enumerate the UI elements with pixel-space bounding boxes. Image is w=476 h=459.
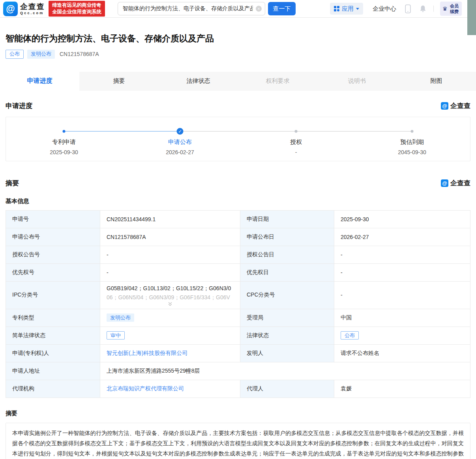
table-row-ipc: IPC分类号 G05B19/042；G10L13/02；G10L15/22；G0… [6,281,470,309]
row-value: 审中 [100,327,240,344]
member-label-line1: 会员 [450,3,459,9]
nav-apps[interactable]: 应用 [330,3,363,15]
table-row: 简单法律状态 审中 法律状态 公布 [6,327,470,344]
top-navbar: @ 企查查 Qcc.com 缔造有远见的商业传奇 全国企业信用查询系统 × 查一… [0,0,476,18]
ipc-line1: G05B19/042；G10L13/02；G10L15/22；G06N3/0 [107,284,234,293]
tab-application-progress[interactable]: 申请进度 [0,72,79,91]
row-value: 北京布瑞知识产权代理有限公司 [100,380,240,397]
brand-slogan: 缔造有远见的商业传奇 全国企业信用查询系统 [49,1,105,17]
abstract-text: 本申请实施例公开了一种智能体的行为控制方法、电子设备、存储介质以及产品，主要技术… [6,423,470,459]
row-label: 申请号 [6,210,100,228]
tab-figures[interactable]: 附图 [397,72,476,91]
row-label: 申请人地址 [6,362,100,380]
basic-info-title: 基本信息 [6,198,470,205]
patent-header: 智能体的行为控制方法、电子设备、存储介质以及产品 公布 发明公布 CN12157… [0,33,476,59]
row-label: CPC分类号 [240,281,334,309]
member-renew-button[interactable]: ♛ 会员 续费 [440,2,462,16]
header-nav: 应用 企业中心 ♛ 会员 续费 [330,2,462,16]
timeline: 专利申请 2025-09-30 ✓ 申请公布 2026-02-27 授权 - 预… [6,117,470,161]
qcc-watermark-icon: @ [441,179,448,187]
basic-info-table: 申请号 CN202511434499.1 申请日期 2025-09-30 申请公… [6,210,470,398]
row-value: 请求不公布姓名 [334,344,470,362]
row-label: 简单法律状态 [6,327,100,344]
notifications-bell-icon[interactable] [420,5,426,13]
qcc-logo-icon: @ [3,2,18,16]
legal-status-badge: 公布 [341,331,359,340]
search-input[interactable] [118,2,265,15]
nav-enterprise-center[interactable]: 企业中心 [373,5,396,13]
search-area: × 查一下 [118,2,296,15]
row-label: 申请(专利权)人 [6,344,100,362]
tab-legal-status[interactable]: 法律状态 [159,72,238,91]
tab-abstract[interactable]: 摘要 [79,72,159,91]
qcc-logo-text: 企查查 Qcc.com [20,3,45,15]
row-value: 2025-09-30 [334,210,470,228]
timeline-step-expiry: 预估到期 2045-09-30 [354,117,470,161]
row-value: - [334,246,470,263]
progress-section: 申请进度 @ 企查查 专利申请 2025-09-30 ✓ 申请公布 2026-0… [0,101,476,161]
row-value: 2026-02-27 [334,228,470,246]
qcc-watermark: @ 企查查 [441,179,470,188]
table-row: 专利类型 发明公布 受理局 中国 [6,309,470,327]
step-label: 专利申请 [52,138,76,146]
status-badge: 公布 [6,50,24,59]
qcc-watermark: @ 企查查 [441,101,470,110]
row-label: 授权公告日 [240,246,334,263]
applicant-link[interactable]: 智元创新(上海)科技股份有限公司 [107,350,187,356]
summary-section-head: 摘要 @ 企查查 [6,179,470,188]
expand-chevron-icon[interactable] [107,302,234,306]
table-row: 申请人地址 上海市浦东新区秀浦路2555号29幢8层 [6,362,470,380]
timeline-step-publication: ✓ 申请公布 2026-02-27 [122,117,238,161]
table-row: 申请号 CN202511434499.1 申请日期 2025-09-30 [6,210,470,228]
table-row: 授权公告号 - 授权公告日 - [6,246,470,263]
progress-section-title: 申请进度 [6,101,32,110]
progress-section-head: 申请进度 @ 企查查 [6,101,470,110]
timeline-dot-pending [295,130,298,132]
patent-type-badge: 发明公布 [107,313,134,322]
timeline-check-icon: ✓ [177,128,184,134]
nav-apps-label: 应用 [342,5,354,13]
page-title: 智能体的行为控制方法、电子设备、存储介质以及产品 [6,33,470,45]
timeline-dot-pending [411,130,414,132]
row-value: 袁媛 [334,380,470,397]
table-row: 优先权号 - 优先权日 - [6,263,470,281]
mobile-app-icon[interactable] [405,4,411,13]
row-label: 受理局 [240,309,334,327]
row-label: 代理机构 [6,380,100,397]
row-value: 智元创新(上海)科技股份有限公司 [100,344,240,362]
qcc-watermark-text: 企查查 [450,179,470,188]
row-value: - [100,246,240,263]
row-value: - [334,281,470,309]
step-label: 预估到期 [400,138,424,146]
timeline-dot-done [63,130,66,132]
member-label-line2: 续费 [450,9,459,14]
row-label: 优先权号 [6,263,100,281]
type-badge: 发明公布 [27,50,55,59]
qcc-logo[interactable]: @ 企查查 Qcc.com [3,2,45,16]
search-clear-icon[interactable]: × [256,6,262,12]
row-label: 发明人 [240,344,334,362]
table-row: 代理机构 北京布瑞知识产权代理有限公司 代理人 袁媛 [6,380,470,397]
qcc-watermark-text: 企查查 [450,101,470,110]
row-label: 申请日期 [240,210,334,228]
row-label: 申请公布号 [6,228,100,246]
scrollbar-thumb[interactable] [467,0,476,35]
step-label: 申请公布 [168,138,192,146]
step-date: 2045-09-30 [398,149,426,155]
row-label: 授权公告号 [6,246,100,263]
ipc-line2: 06；G06N5/04；G06N3/09；G06F16/334；G06V [107,293,234,302]
row-value: CN202511434499.1 [100,210,240,228]
search-button[interactable]: 查一下 [268,2,296,15]
tab-bar: 申请进度 摘要 法律状态 权利要求 说明书 附图 [0,72,476,91]
row-value: 公布 [334,327,470,344]
summary-section: 摘要 @ 企查查 基本信息 申请号 CN202511434499.1 申请日期 … [0,179,476,459]
crown-icon: ♛ [442,5,448,12]
row-label: 法律状态 [240,327,334,344]
row-label: 代理人 [240,380,334,397]
tab-description: 说明书 [317,72,397,91]
row-value: 发明公布 [100,309,240,327]
search-box: × [118,2,265,15]
agency-link[interactable]: 北京布瑞知识产权代理有限公司 [107,385,184,392]
step-date: 2026-02-27 [166,149,194,155]
slogan-line2: 全国企业信用查询系统 [52,9,101,15]
